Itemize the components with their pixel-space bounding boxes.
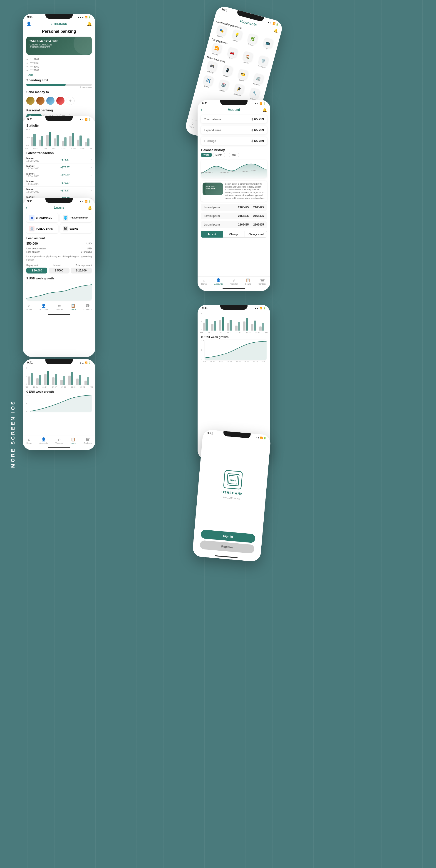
tab-year[interactable]: Year <box>229 153 239 157</box>
change-btn[interactable]: Change <box>223 231 245 238</box>
account-row-1: Lorem Ipsum i 2165425 2165425 <box>201 204 267 211</box>
bank-name: LITHEBANK <box>221 490 243 496</box>
bell-2[interactable]: 🔔 <box>273 28 279 33</box>
status-time-5: 9:41 <box>27 199 33 203</box>
brand-1[interactable]: ◈ BRANDNAME <box>26 213 58 222</box>
phone-loans: 9:41 ▲▲📶🔋 ‹ Loans 🔔 ◈ BRANDNAME 🌐 THE WO… <box>23 198 95 357</box>
stat-bars <box>31 128 92 147</box>
add-card-btn[interactable]: + Add <box>23 73 95 76</box>
payment-label-11: Cards <box>239 79 244 82</box>
interest-lbl: Interest <box>53 264 60 267</box>
payment-label-14: Health <box>219 89 225 93</box>
svg-text:LITHE: LITHE <box>230 479 236 482</box>
payment-icon-9: 🎮 <box>206 60 217 72</box>
tab-week[interactable]: Week <box>201 153 212 157</box>
brand-icon-2: 🌐 <box>63 215 68 220</box>
payment-icon-7: 🏠 <box>242 51 253 62</box>
brand-icon-3: 🏦 <box>29 226 35 231</box>
brand-4[interactable]: 🏛 SALVIS <box>60 224 92 233</box>
avatar-4[interactable] <box>56 97 65 105</box>
usd-svg <box>26 282 92 301</box>
balance-value: $ 65.759 <box>251 117 264 121</box>
bell-icon[interactable]: 🔔 <box>87 21 92 26</box>
tx-row-5: Market 13 Dec 2020 +$75.67 › <box>23 187 95 194</box>
fundings-card: Fundings $ 65.759 <box>201 137 267 145</box>
loan-denom-value: USD <box>87 247 92 250</box>
nav-accounts-7[interactable]: 👤 Accounts <box>39 437 48 444</box>
loan-description: Lorem Ipsum is simply dummy text of the … <box>23 254 95 263</box>
nav-home-7[interactable]: ⌂ Home <box>27 437 32 444</box>
fundings-value: $ 65.759 <box>251 139 264 143</box>
balance-history-title: Balance history <box>198 147 270 153</box>
avatar-1[interactable] <box>26 97 35 105</box>
nav-transfer-5[interactable]: ⇄ Transfer <box>56 304 63 311</box>
nav-accounts-5[interactable]: 👤 Accounts <box>39 304 48 311</box>
avatar-3[interactable] <box>46 97 55 105</box>
status-time-8: 9:41 <box>207 432 213 435</box>
back-btn-5[interactable]: ‹ <box>26 205 27 210</box>
tx-row-4: Market 13 Dec 2020 +$75.67 › <box>23 179 95 187</box>
payment-item-9[interactable]: 🎮 Gaming <box>203 60 220 75</box>
brand-icon-4: 🏛 <box>63 226 68 231</box>
nav-loans-4[interactable]: 📋 Loans <box>245 278 251 285</box>
home-indicator-5 <box>48 314 70 315</box>
notch-7 <box>45 359 73 364</box>
bell-5[interactable]: 🔔 <box>88 206 92 210</box>
status-icons-5: ▲▲📶🔋 <box>79 200 91 203</box>
tx-chevron-5: › <box>91 189 92 192</box>
tx-row-2: Market 13 Dec 2020 +$75.67 › <box>23 163 95 171</box>
loans-y-axis: 840 <box>26 367 27 385</box>
bell-4[interactable]: 🔔 <box>263 108 267 112</box>
loan-duration-value: 24 months <box>81 251 92 253</box>
stat-chart-container-6: 840 <box>201 312 267 331</box>
nav-home-2[interactable]: ⌂ Home <box>189 121 196 128</box>
payment-item-13[interactable]: ✈️ Travel <box>199 74 216 89</box>
payment-label-13: Travel <box>204 85 209 88</box>
payment-item-15[interactable]: 🎓 Education <box>230 83 247 98</box>
total-amount: $ 25,000 <box>71 268 92 274</box>
bank-card-1[interactable]: 2546 6542 1254 3600 LOREM IPSUM DOLORCAR… <box>26 37 92 55</box>
nav-contacts-4[interactable]: ☎ Contacts <box>259 278 267 285</box>
brand-2[interactable]: 🌐 THE WORLD BANK <box>60 213 92 222</box>
nav-loans-5[interactable]: 📋 Loans <box>70 304 76 311</box>
payment-item-16[interactable]: 🔧 Repair <box>246 87 263 102</box>
card-list: ●****8969 ●****8969 ●****8969 ●****8969 <box>23 57 95 73</box>
tx-merchant-2: Market <box>26 164 39 167</box>
back-btn-4[interactable]: ‹ <box>201 107 202 112</box>
tab-month[interactable]: Month <box>212 153 225 157</box>
payment-item-11[interactable]: 💳 Cards <box>234 68 251 83</box>
nav-contacts-5[interactable]: ☎ Contacts <box>83 304 92 311</box>
pb-header: 👤 LITHEBANK 🔔 <box>23 20 95 28</box>
payment-item-10[interactable]: 📱 Mobile <box>219 64 236 79</box>
page-side-label: MORE SCREEN IOS <box>2 400 16 468</box>
bank-logo: LITHEBANK <box>51 23 67 25</box>
eru-chart-area <box>205 340 267 360</box>
nav-transfer-7[interactable]: ⇄ Transfer <box>56 437 63 444</box>
eru-x-labels: +1818-2121-2424-2727-3030-3535-40+40 <box>198 360 270 363</box>
nav-home-4[interactable]: ⌂ Home <box>201 278 207 285</box>
nav-accounts-4[interactable]: 👤 Accounts <box>214 278 223 285</box>
phone-signin: 9:41 ▲▲📶🔋 LITHE LITHEBANK PRIVATE BANK S… <box>192 429 271 562</box>
nav-contacts-7[interactable]: ☎ Contacts <box>83 437 92 444</box>
expenditures-label: Expanditures <box>204 128 221 132</box>
brand-label-2: THE WORLD BANK <box>69 217 88 219</box>
user-icon[interactable]: 👤 <box>26 21 31 26</box>
nav-home-5[interactable]: ⌂ Home <box>27 304 32 311</box>
tx-left-1: Market 13 Dec 2020 <box>26 157 39 162</box>
bar-group-1 <box>31 134 38 147</box>
payment-item-12[interactable]: 🏢 Business <box>249 72 267 87</box>
brand-3[interactable]: 🏦 PUBLIC BANK <box>26 224 58 233</box>
add-contact-btn[interactable]: + <box>66 97 74 105</box>
card-description: Lorem Ipsum is simply dummy text of the … <box>225 183 265 200</box>
change-card-btn[interactable]: Change card <box>245 231 267 238</box>
nav-loans-7[interactable]: 📋 Loans <box>70 437 76 444</box>
avatar-2[interactable] <box>36 97 44 105</box>
back-btn-2[interactable]: ‹ <box>218 13 221 18</box>
loan-duration-label: Loan duration <box>26 251 40 253</box>
bar-group-5 <box>62 137 69 147</box>
payment-item-14[interactable]: 🏥 Health <box>214 79 232 94</box>
payment-icon-3: 🌿 <box>247 33 258 44</box>
accept-btn[interactable]: Accept <box>201 231 223 238</box>
payment-icon-4: 📺 <box>263 37 274 49</box>
nav-transfer-4[interactable]: ⇄ Transfer <box>230 278 238 285</box>
